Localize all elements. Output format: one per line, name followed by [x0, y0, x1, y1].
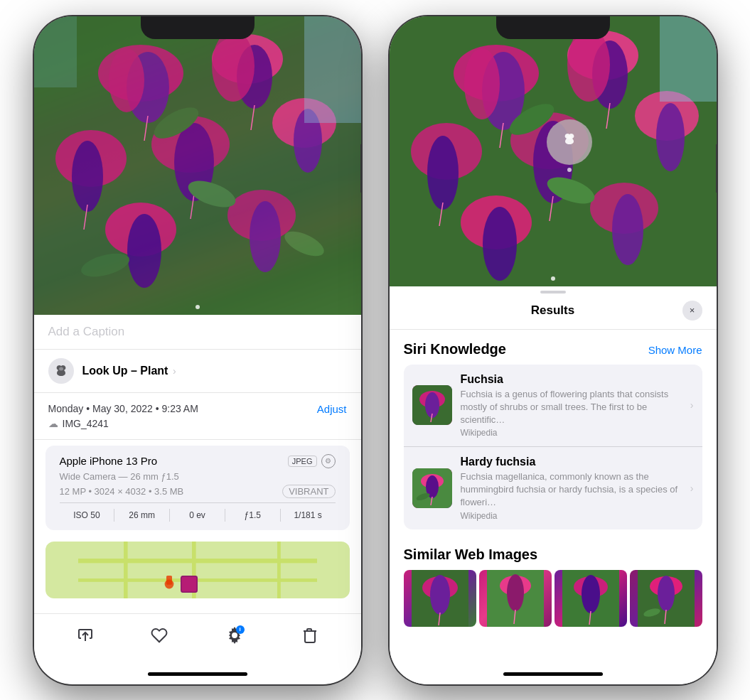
right-phone-screen: Results × Siri Knowledge Show More [390, 16, 717, 684]
siri-dot [567, 168, 572, 172]
show-more-button[interactable]: Show More [648, 344, 702, 356]
similar-images-grid [404, 570, 702, 627]
camera-detail: Wide Camera — 26 mm ƒ1.5 [60, 471, 336, 482]
camera-badges: JPEG ⚙ [288, 454, 336, 468]
similar-images-title: Similar Web Images [404, 546, 538, 563]
fuchsia-name: Fuchsia [461, 373, 682, 386]
fuchsia-text: Fuchsia Fuchsia is a genus of flowering … [461, 373, 682, 438]
results-close-button[interactable]: × [682, 301, 702, 321]
svg-point-50 [656, 103, 685, 171]
left-phone-screen: Add a Caption Look Up – Plant › Monday •… [34, 16, 361, 684]
similar-image-1[interactable] [404, 570, 476, 627]
svg-point-8 [72, 141, 103, 212]
hardy-fuchsia-desc: Fuchsia magellanica, commonly known as t… [461, 470, 682, 510]
results-title: Results [424, 303, 682, 318]
fuchsia-arrow: › [690, 399, 694, 411]
exif-aperture: ƒ1.5 [225, 509, 281, 522]
results-panel: Results × Siri Knowledge Show More [390, 286, 717, 684]
fuchsia-thumbnail [412, 385, 452, 425]
photo-date: Monday • May 30, 2022 • 9:23 AM [48, 403, 198, 414]
svg-rect-37 [181, 576, 196, 591]
hardy-fuchsia-text: Hardy fuchsia Fuchsia magellanica, commo… [461, 456, 682, 521]
knowledge-item-fuchsia[interactable]: Fuchsia Fuchsia is a genus of flowering … [404, 365, 702, 448]
similar-image-4[interactable] [630, 570, 702, 627]
photo-indicator [195, 305, 200, 309]
svg-point-88 [658, 576, 675, 611]
info-button[interactable]: i [225, 625, 245, 650]
hardy-fuchsia-thumbnail [412, 468, 452, 508]
right-flower-photo[interactable] [390, 16, 717, 286]
svg-point-27 [59, 367, 63, 370]
right-home-indicator [503, 672, 603, 676]
svg-point-39 [232, 632, 237, 638]
svg-point-43 [464, 48, 500, 119]
svg-rect-26 [34, 16, 77, 87]
fuchsia-desc: Fuchsia is a genus of flowering plants t… [461, 388, 682, 427]
svg-point-16 [250, 201, 281, 272]
hardy-fuchsia-name: Hardy fuchsia [461, 456, 682, 468]
svg-point-76 [430, 575, 450, 615]
svg-point-54 [483, 207, 517, 281]
svg-rect-63 [660, 16, 717, 102]
share-button[interactable] [77, 627, 94, 648]
svg-rect-35 [166, 576, 172, 585]
svg-rect-25 [304, 16, 361, 123]
map-section[interactable] [45, 542, 350, 598]
adjust-button[interactable]: Adjust [317, 403, 347, 415]
right-phone-notch [496, 16, 610, 39]
svg-point-14 [127, 214, 161, 288]
lookup-section[interactable]: Look Up – Plant › [34, 350, 361, 393]
fuchsia-source: Wikipedia [461, 428, 682, 438]
similar-images-section: Similar Web Images [390, 535, 717, 632]
caption-placeholder[interactable]: Add a Caption [48, 325, 125, 338]
info-badge: i [236, 625, 245, 634]
exif-mm: 26 mm [114, 509, 170, 522]
siri-knowledge-section: Siri Knowledge Show More [390, 330, 717, 535]
hardy-fuchsia-source: Wikipedia [461, 511, 682, 521]
flower-photo[interactable] [34, 16, 361, 315]
hardy-arrow: › [690, 483, 694, 494]
svg-rect-33 [277, 542, 281, 598]
caption-area[interactable]: Add a Caption [34, 315, 361, 350]
results-header: Results × [390, 292, 717, 330]
exif-shutter: 1/181 s [281, 509, 336, 522]
siri-lookup-button[interactable] [547, 119, 592, 172]
bottom-toolbar: i [34, 613, 361, 672]
knowledge-card: Fuchsia Fuchsia is a genus of flowering … [404, 365, 702, 529]
filename: IMG_4241 [63, 418, 109, 429]
left-phone: Add a Caption Look Up – Plant › Monday •… [34, 16, 361, 684]
siri-knowledge-title: Siri Knowledge [404, 341, 506, 357]
filename-row: ☁ IMG_4241 [48, 418, 347, 429]
svg-rect-29 [78, 559, 317, 563]
svg-point-6 [212, 31, 255, 102]
home-indicator [148, 672, 247, 676]
lookup-icon [48, 358, 74, 384]
camera-section: Apple iPhone 13 Pro JPEG ⚙ Wide Camera —… [45, 446, 350, 530]
lookup-label: Look Up – Plant › [82, 365, 176, 377]
svg-point-80 [507, 574, 524, 611]
svg-point-64 [567, 135, 572, 139]
vibrant-badge: VIBRANT [282, 485, 335, 498]
svg-point-84 [582, 575, 600, 613]
phone-notch [141, 16, 255, 39]
svg-rect-31 [124, 542, 128, 598]
exif-ev: 0 ev [170, 509, 225, 522]
knowledge-item-hardy-fuchsia[interactable]: Hardy fuchsia Fuchsia magellanica, commo… [404, 447, 702, 529]
svg-point-56 [612, 194, 643, 265]
right-photo-indicator [551, 276, 555, 281]
delete-button[interactable] [301, 627, 318, 648]
favorite-button[interactable] [151, 627, 168, 648]
jpeg-badge: JPEG [288, 456, 317, 467]
camera-mp-row: 12 MP • 3024 × 4032 • 3.5 MB VIBRANT [60, 485, 336, 498]
metadata-section: Monday • May 30, 2022 • 9:23 AM Adjust ☁… [34, 393, 361, 440]
mp-info: 12 MP • 3024 × 4032 • 3.5 MB [60, 486, 184, 497]
similar-image-3[interactable] [555, 570, 627, 627]
exif-row: ISO 50 26 mm 0 ev ƒ1.5 1/181 s [60, 502, 336, 522]
similar-image-2[interactable] [479, 570, 552, 627]
camera-gear-icon[interactable]: ⚙ [321, 454, 336, 468]
camera-name: Apple iPhone 13 Pro [60, 455, 158, 467]
svg-point-48 [427, 136, 459, 210]
cloud-icon: ☁ [48, 418, 58, 429]
svg-point-3 [109, 48, 144, 112]
right-phone: Results × Siri Knowledge Show More [390, 16, 717, 684]
